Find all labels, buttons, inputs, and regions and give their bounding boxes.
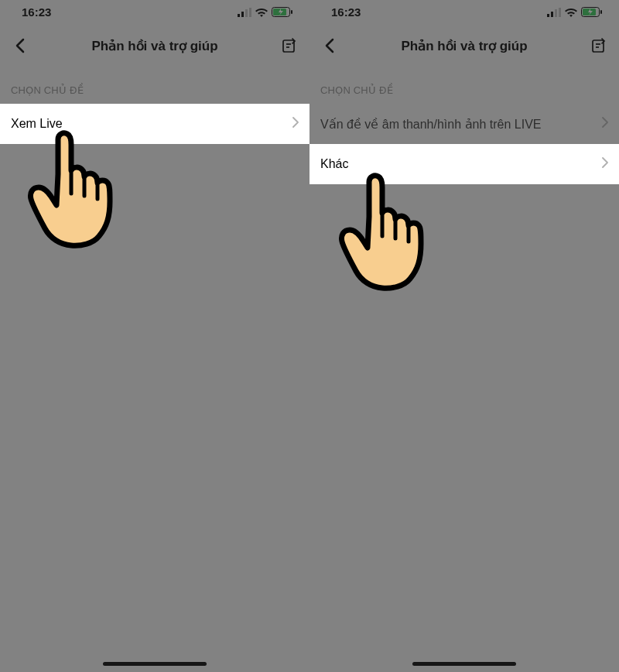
svg-rect-16 <box>559 8 561 17</box>
svg-rect-19 <box>600 10 602 14</box>
back-button[interactable] <box>11 36 29 55</box>
svg-rect-13 <box>547 14 549 17</box>
status-bar: 16:23 <box>0 0 310 24</box>
status-right <box>547 7 602 17</box>
chevron-right-icon <box>602 117 608 131</box>
header: Phản hồi và trợ giúp <box>310 24 619 67</box>
status-right <box>238 7 292 17</box>
svg-rect-2 <box>245 9 248 17</box>
phone-right: 16:23 Phản hồi và trợ giúp CHỌN CHỦ ĐỀ V… <box>310 0 619 672</box>
svg-rect-1 <box>241 12 244 17</box>
chevron-right-icon <box>602 157 608 171</box>
wifi-icon <box>255 8 268 17</box>
report-button[interactable] <box>590 36 608 55</box>
list-item-audio-video[interactable]: Vấn đề về âm thanh/hình ảnh trên LIVE <box>310 104 619 144</box>
status-bar: 16:23 <box>310 0 619 24</box>
list-item-label: Vấn đề về âm thanh/hình ảnh trên LIVE <box>320 117 542 132</box>
section-label: CHỌN CHỦ ĐỀ <box>310 67 619 104</box>
back-button[interactable] <box>320 36 339 55</box>
header: Phản hồi và trợ giúp <box>0 24 310 67</box>
svg-rect-3 <box>249 8 251 17</box>
phone-left: 16:23 Phản hồi và trợ giúp CHỌN CHỦ ĐỀ X… <box>0 0 310 672</box>
wifi-icon <box>565 8 577 17</box>
battery-icon <box>272 7 292 17</box>
signal-icon <box>238 8 251 17</box>
report-button[interactable] <box>280 36 299 55</box>
hand-pointer-icon <box>15 128 132 252</box>
svg-rect-0 <box>238 14 240 17</box>
chevron-right-icon <box>292 117 299 131</box>
svg-rect-14 <box>551 12 553 17</box>
list-item-label: Khác <box>320 157 348 171</box>
hand-pointer-icon <box>327 170 443 294</box>
svg-rect-15 <box>555 9 557 17</box>
section-label: CHỌN CHỦ ĐỀ <box>0 67 310 104</box>
page-title: Phản hồi và trợ giúp <box>339 38 590 54</box>
home-indicator <box>412 662 516 666</box>
battery-icon <box>581 7 602 17</box>
svg-rect-20 <box>593 40 604 52</box>
status-time: 16:23 <box>22 5 51 19</box>
page-title: Phản hồi và trợ giúp <box>29 38 280 54</box>
signal-icon <box>547 8 561 17</box>
svg-rect-6 <box>291 10 292 14</box>
home-indicator <box>103 662 207 666</box>
svg-rect-7 <box>283 40 294 52</box>
status-time: 16:23 <box>331 5 361 19</box>
